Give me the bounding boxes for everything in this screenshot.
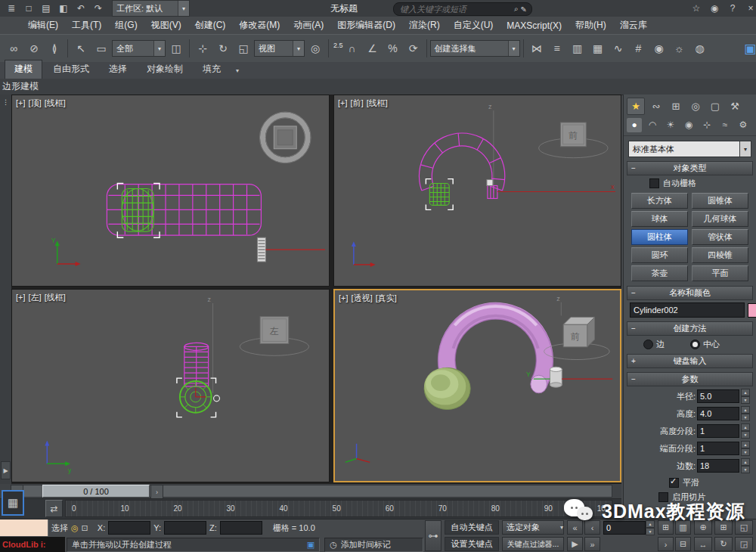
search-icon[interactable]: ⌕ xyxy=(514,5,519,14)
maximize-viewport-button[interactable]: ◲ xyxy=(735,537,753,551)
unlink-icon[interactable]: ⊘ xyxy=(24,39,44,58)
open-file-icon[interactable]: ▤ xyxy=(38,2,54,15)
geometry-category-icon[interactable]: ● xyxy=(627,118,642,132)
height-field[interactable]: 4.0 xyxy=(697,407,739,420)
viewport-menu-pov[interactable]: [顶] xyxy=(29,98,42,107)
viewport-menu-pov[interactable]: [左] xyxy=(29,293,42,302)
play-button[interactable]: ▶ xyxy=(567,537,583,551)
spacewarps-category-icon[interactable]: ≈ xyxy=(717,118,733,132)
object-type-button[interactable]: 四棱锥 xyxy=(692,247,748,263)
workspace-dropdown[interactable]: 工作区: 默认 ▾ xyxy=(112,0,190,17)
y-coordinate-field[interactable] xyxy=(164,521,206,535)
new-file-icon[interactable]: □ xyxy=(20,2,37,15)
align-icon[interactable]: ≡ xyxy=(547,39,567,58)
curve-editor-icon[interactable]: ∿ xyxy=(609,39,628,58)
search-input[interactable] xyxy=(398,4,512,14)
spin-up-icon[interactable]: ▲ xyxy=(741,389,750,396)
object-type-button-cylinder[interactable]: 圆柱体 xyxy=(631,229,688,245)
graphite-toggle-icon[interactable]: ▦ xyxy=(588,39,608,58)
save-icon[interactable]: ◧ xyxy=(55,2,72,15)
viewport-menu-general[interactable]: [+] xyxy=(338,98,348,107)
cap-segments-field[interactable]: 1 xyxy=(697,442,739,455)
ribbon-tab[interactable]: 对象绘制 xyxy=(138,60,192,79)
radius-field[interactable]: 5.0 xyxy=(697,389,739,403)
select-link-icon[interactable]: ∞ xyxy=(4,39,23,58)
viewport-menu-shading[interactable]: [线框] xyxy=(367,98,388,107)
favorites-star-icon[interactable]: ☆ xyxy=(688,2,705,15)
select-object-icon[interactable]: ↖ xyxy=(71,39,91,58)
center-radio[interactable] xyxy=(690,340,700,349)
zoom-region-button[interactable]: ⊟ xyxy=(675,537,691,551)
object-type-button[interactable]: 茶壶 xyxy=(631,265,688,281)
display-tab-icon[interactable]: ▢ xyxy=(707,98,723,114)
angle-snap-icon[interactable]: ∠ xyxy=(363,39,383,58)
menu-item[interactable]: 视图(V) xyxy=(144,19,188,32)
rollout-creation-method[interactable]: − 创建方法 xyxy=(627,321,753,336)
utilities-tab-icon[interactable]: ⚒ xyxy=(727,98,743,114)
menu-item[interactable]: MAXScript(X) xyxy=(500,20,569,31)
window-crossing-icon[interactable]: ◫ xyxy=(166,39,186,58)
set-key-big-button[interactable]: ⊶ xyxy=(425,520,442,551)
object-type-button[interactable]: 管状体 xyxy=(692,229,748,245)
z-coordinate-field[interactable] xyxy=(220,521,262,535)
viewport-menu-shading[interactable]: [真实] xyxy=(376,293,397,302)
viewport-menu-general[interactable]: [+] xyxy=(339,293,349,302)
object-type-button[interactable]: 几何球体 xyxy=(692,211,748,227)
primitive-category-dropdown[interactable]: 标准基本体 ▾ xyxy=(628,141,751,157)
viewport-menu-general[interactable]: [+] xyxy=(16,98,26,107)
ribbon-minimize-icon[interactable]: ▾ xyxy=(236,67,239,74)
autokey-button[interactable]: 自动关键点 xyxy=(445,520,499,535)
ribbon-panel-label[interactable]: 边形建模 xyxy=(2,80,39,93)
edge-radio[interactable] xyxy=(643,340,653,349)
time-forward-button[interactable]: › xyxy=(150,485,163,499)
viewport-menu-shading[interactable]: [线框] xyxy=(45,293,66,302)
object-color-swatch[interactable] xyxy=(748,303,756,318)
redo-icon[interactable]: ↷ xyxy=(90,2,107,15)
rendered-frame-window-icon[interactable]: ▣ xyxy=(740,39,756,58)
selection-filter-dropdown[interactable]: 全部 ▾ xyxy=(112,40,166,57)
spin-down-icon[interactable]: ▼ xyxy=(646,528,655,535)
menu-item[interactable]: 动画(A) xyxy=(287,19,330,32)
ribbon-tab-modeling[interactable]: 建模 xyxy=(5,60,42,79)
height-segments-field[interactable]: 1 xyxy=(697,424,739,438)
select-rotate-icon[interactable]: ↻ xyxy=(213,39,233,58)
snaps-toggle-icon[interactable]: ∩ xyxy=(342,39,362,58)
track-bar-ruler[interactable]: 0 10 20 30 40 50 60 70 80 90 10 xyxy=(65,500,612,517)
viewport-layout-tabs-button[interactable]: ▦ xyxy=(2,490,24,516)
viewport-left[interactable]: [+] [左] [线框] z 左 xyxy=(11,289,330,482)
create-tab-icon[interactable]: ★ xyxy=(627,98,645,115)
cameras-category-icon[interactable]: ◉ xyxy=(681,118,696,132)
menu-item[interactable]: 自定义(U) xyxy=(447,19,500,32)
reference-coordinate-dropdown[interactable]: 视图 ▾ xyxy=(254,40,305,57)
ribbon-tab[interactable]: 自由形式 xyxy=(44,60,98,79)
setkey-button[interactable]: 设置关键点 xyxy=(445,537,499,551)
time-tag-box[interactable]: ◷ 添加时间标记 xyxy=(324,538,423,552)
helpers-category-icon[interactable]: ⊹ xyxy=(699,118,714,132)
spin-down-icon[interactable]: ▼ xyxy=(741,396,750,404)
next-frame-button[interactable]: › xyxy=(658,537,674,551)
menu-item[interactable]: 组(G) xyxy=(108,19,144,32)
render-production-icon[interactable]: ◍ xyxy=(690,39,710,58)
hierarchy-tab-icon[interactable]: ⊞ xyxy=(668,98,684,114)
height-segments-spinner[interactable]: ▲▼ xyxy=(741,423,750,439)
viewport-top[interactable]: [+] [顶] [线框] xyxy=(11,95,330,287)
height-spinner[interactable]: ▲▼ xyxy=(741,406,750,421)
render-setup-icon[interactable]: ☼ xyxy=(670,39,689,58)
spin-down-icon[interactable]: ▼ xyxy=(741,448,750,456)
search-pencil-icon[interactable]: ✎ xyxy=(521,5,527,14)
rollout-object-type[interactable]: − 对象类型 xyxy=(627,161,753,175)
select-move-icon[interactable]: ⊹ xyxy=(193,39,212,58)
autogrid-checkbox[interactable] xyxy=(649,178,659,188)
menu-item[interactable]: 帮助(H) xyxy=(569,19,613,32)
spin-down-icon[interactable]: ▼ xyxy=(741,466,750,473)
cap-segments-spinner[interactable]: ▲▼ xyxy=(741,441,750,456)
percent-snap-icon[interactable]: % xyxy=(383,39,403,58)
radius-spinner[interactable]: ▲▼ xyxy=(741,389,750,404)
shapes-category-icon[interactable]: ◠ xyxy=(645,118,660,132)
rollout-keyboard-entry[interactable]: + 键盘输入 xyxy=(627,354,753,368)
named-selection-sets-dropdown[interactable]: 创建选择集 ▾ xyxy=(430,40,520,57)
community-icon[interactable]: ◉ xyxy=(706,2,723,15)
object-type-button[interactable]: 球体 xyxy=(631,211,688,227)
prompt-info-icon[interactable]: ▣ xyxy=(307,540,314,550)
spin-up-icon[interactable]: ▲ xyxy=(741,441,750,448)
